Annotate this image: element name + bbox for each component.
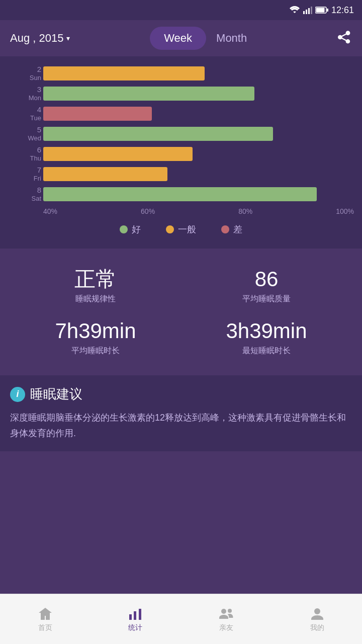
status-icons: 12:61 bbox=[289, 5, 354, 16]
stats-section: 正常睡眠规律性86平均睡眠质量7h39min平均睡眠时长3h39min最短睡眠时… bbox=[0, 254, 362, 370]
svg-rect-0 bbox=[303, 11, 305, 14]
svg-rect-7 bbox=[129, 614, 132, 620]
stat-item-1: 86平均睡眠质量 bbox=[186, 268, 347, 304]
chart-day-label: 7 Fri bbox=[8, 166, 41, 183]
bar bbox=[43, 147, 193, 161]
x-axis-label: 80% bbox=[238, 207, 252, 215]
advice-section: i 睡眠建议 深度睡眠期脑垂体分泌的生长激素的12释放达到高峰，这种激素具有促进… bbox=[0, 375, 362, 451]
x-axis-label: 60% bbox=[141, 207, 155, 215]
legend-dot bbox=[166, 225, 174, 233]
stat-label: 平均睡眠时长 bbox=[15, 346, 176, 356]
stat-label: 睡眠规律性 bbox=[15, 294, 176, 304]
stat-item-2: 7h39min平均睡眠时长 bbox=[15, 319, 176, 356]
nav-item-profile[interactable]: 我的 bbox=[310, 606, 325, 632]
date-label: Aug , 2015 bbox=[10, 32, 63, 45]
chart-container: 2 Sun 3 Mon 4 Tue 5 Wed 6 bbox=[8, 66, 354, 201]
stat-value: 7h39min bbox=[15, 319, 176, 343]
bar-track bbox=[43, 147, 354, 161]
legend-dot bbox=[120, 225, 128, 233]
bar bbox=[43, 87, 254, 101]
legend: 好一般差 bbox=[8, 223, 354, 244]
svg-rect-9 bbox=[139, 609, 141, 620]
profile-icon bbox=[310, 606, 325, 621]
legend-item: 差 bbox=[221, 223, 242, 235]
date-arrow-icon: ▾ bbox=[66, 34, 70, 42]
legend-item: 一般 bbox=[166, 223, 196, 235]
bar-track bbox=[43, 107, 354, 121]
chart-row: 5 Wed bbox=[43, 127, 354, 141]
advice-text: 深度睡眠期脑垂体分泌的生长激素的12释放达到高峰，这种激素具有促进骨骼生长和身体… bbox=[10, 410, 352, 441]
status-time: 12:61 bbox=[331, 5, 354, 16]
advice-header: i 睡眠建议 bbox=[10, 385, 352, 403]
legend-label: 好 bbox=[132, 223, 141, 235]
stats-grid: 正常睡眠规律性86平均睡眠质量7h39min平均睡眠时长3h39min最短睡眠时… bbox=[15, 268, 347, 356]
bar-track bbox=[43, 127, 354, 141]
stat-label: 最短睡眠时长 bbox=[186, 346, 347, 356]
header: Aug , 2015 ▾ Week Month bbox=[0, 20, 362, 56]
stat-item-0: 正常睡眠规律性 bbox=[15, 268, 176, 304]
stat-value: 正常 bbox=[15, 268, 176, 291]
svg-point-11 bbox=[228, 609, 232, 613]
stats-icon bbox=[128, 606, 143, 621]
bar-track bbox=[43, 167, 354, 181]
status-bar: 12:61 bbox=[0, 0, 362, 20]
bar bbox=[43, 187, 317, 201]
nav-label-home: 首页 bbox=[38, 623, 52, 632]
x-axis-label: 40% bbox=[43, 207, 57, 215]
chart-row: 8 Sat bbox=[43, 187, 354, 201]
chart-day-label: 8 Sat bbox=[8, 186, 41, 203]
friends-icon bbox=[218, 606, 235, 621]
bar bbox=[43, 127, 273, 141]
chart-section: 2 Sun 3 Mon 4 Tue 5 Wed 6 bbox=[0, 56, 362, 249]
stat-value: 86 bbox=[186, 268, 347, 291]
legend-dot bbox=[221, 225, 229, 233]
legend-label: 差 bbox=[233, 223, 242, 235]
stat-label: 平均睡眠质量 bbox=[186, 294, 347, 304]
chart-day-label: 5 Wed bbox=[8, 125, 41, 142]
svg-rect-3 bbox=[311, 7, 312, 14]
chart-row: 2 Sun bbox=[43, 66, 354, 80]
legend-label: 一般 bbox=[178, 223, 196, 235]
wifi-icon bbox=[289, 6, 300, 14]
tab-week[interactable]: Week bbox=[150, 27, 206, 50]
x-axis-label: 100% bbox=[336, 207, 354, 215]
chart-day-label: 3 Mon bbox=[8, 85, 41, 102]
bar-track bbox=[43, 87, 354, 101]
info-icon: i bbox=[10, 387, 25, 402]
svg-point-12 bbox=[314, 608, 320, 614]
nav-item-stats[interactable]: 统计 bbox=[128, 606, 143, 632]
nav-item-friends[interactable]: 亲友 bbox=[218, 606, 235, 632]
chart-row: 4 Tue bbox=[43, 107, 354, 121]
chart-day-label: 4 Tue bbox=[8, 105, 41, 122]
chart-day-label: 6 Thu bbox=[8, 145, 41, 163]
nav-item-home[interactable]: 首页 bbox=[38, 606, 53, 632]
svg-rect-6 bbox=[327, 9, 328, 12]
x-axis: 40%60%80%100% bbox=[8, 207, 354, 215]
bar-track bbox=[43, 187, 354, 201]
advice-title: 睡眠建议 bbox=[30, 385, 82, 403]
svg-rect-5 bbox=[316, 8, 324, 13]
bar bbox=[43, 107, 152, 121]
tab-group: Week Month bbox=[150, 27, 257, 50]
tab-month[interactable]: Month bbox=[206, 27, 257, 50]
home-icon bbox=[38, 606, 53, 621]
signal-icon bbox=[303, 6, 312, 14]
svg-point-10 bbox=[221, 609, 226, 614]
stat-value: 3h39min bbox=[186, 319, 347, 343]
chart-row: 6 Thu bbox=[43, 147, 354, 161]
svg-rect-2 bbox=[308, 8, 310, 14]
nav-label-profile: 我的 bbox=[310, 623, 324, 632]
bar bbox=[43, 167, 167, 181]
share-button[interactable] bbox=[337, 29, 352, 48]
chart-row: 7 Fri bbox=[43, 167, 354, 181]
svg-rect-1 bbox=[306, 10, 307, 14]
nav-label-stats: 统计 bbox=[128, 623, 142, 632]
stat-item-3: 3h39min最短睡眠时长 bbox=[186, 319, 347, 356]
bar-track bbox=[43, 66, 354, 80]
battery-icon bbox=[315, 7, 328, 14]
legend-item: 好 bbox=[120, 223, 141, 235]
nav-label-friends: 亲友 bbox=[219, 623, 233, 632]
date-selector[interactable]: Aug , 2015 ▾ bbox=[10, 32, 70, 45]
chart-row: 3 Mon bbox=[43, 87, 354, 101]
chart-day-label: 2 Sun bbox=[8, 65, 41, 82]
